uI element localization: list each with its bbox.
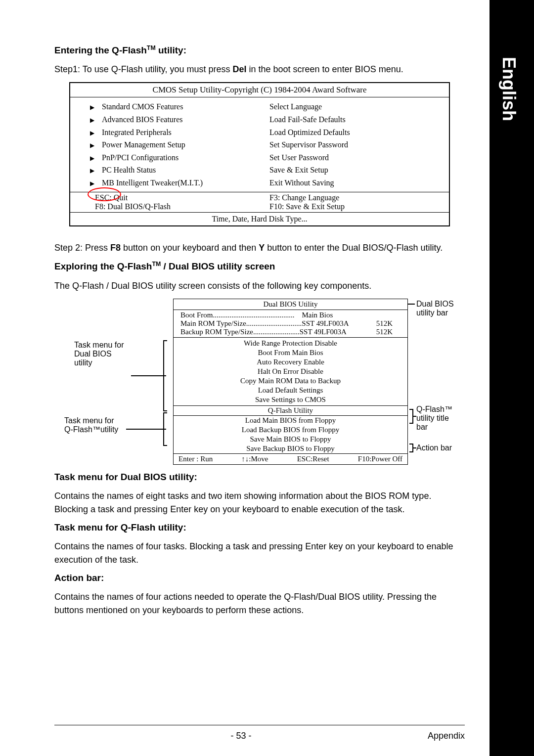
cmos-item[interactable]: Load Fail-Safe Defaults [269, 113, 439, 126]
appendix-label: Appendix [428, 731, 465, 741]
callout-task-menu-qflash: Task menu for Q-Flash™utility [64, 416, 118, 434]
heading-task-menu-dual: Task menu for Dual BIOS utility: [54, 472, 465, 483]
action-enter: Enter : Run [178, 455, 213, 463]
dual-bios-title: Dual BIOS Utility [174, 299, 407, 310]
action-esc: ESC:Reset [297, 455, 329, 463]
task-menu-dual-desc: Contains the names of eight tasks and tw… [54, 489, 465, 516]
task-row[interactable]: Halt On Error Disable [174, 367, 407, 376]
f8-key: F8 [110, 243, 121, 253]
callout-task-menu-dual: Task menu for Dual BIOS utility [74, 341, 124, 367]
heading-action-bar: Action bar: [54, 573, 465, 583]
qflash-task-row[interactable]: Load Main BIOS from Floppy [174, 416, 407, 425]
cmos-item[interactable]: ▶PC Health Status [90, 164, 250, 177]
dual-bios-diagram: Dual BIOS Utility Boot From.............… [54, 299, 465, 457]
callout-qflash-title-bar: Q-Flash™ utility title bar [416, 405, 465, 432]
cmos-item[interactable]: Select Language [269, 100, 439, 113]
action-bar: Enter : Run ↑↓:Move ESC:Reset F10:Power … [174, 454, 407, 464]
cmos-item[interactable]: ▶Integrated Peripherals [90, 126, 250, 139]
exploring-desc: The Q-Flash / Dual BIOS utility screen c… [54, 279, 465, 293]
page-footer: - 53 - Appendix [54, 731, 465, 741]
side-language-text: English [498, 57, 519, 121]
cmos-item[interactable]: ▶Standard CMOS Features [90, 100, 250, 113]
cmos-item[interactable]: Load Optimized Defaults [269, 126, 439, 139]
cmos-item[interactable]: ▶MB Intelligent Tweaker(M.I.T.) [90, 177, 250, 189]
task-row[interactable]: Wide Range Protection Disable [174, 339, 407, 348]
qflash-task-row[interactable]: Load Backup BIOS from Floppy [174, 425, 407, 435]
heading-task-menu-qflash: Task menu for Q-Flash utility: [54, 522, 465, 533]
footer-rule [54, 725, 465, 725]
qflash-title: Q-Flash Utility [174, 406, 407, 416]
callout-action-bar: Action bar [416, 444, 452, 452]
step1-text: Step1: To use Q-Flash utility, you must … [54, 63, 465, 76]
task-row[interactable]: Copy Main ROM Data to Backup [174, 376, 407, 386]
cmos-help-left: ESC: Quit F8: Dual BIOS/Q-Flash [70, 192, 260, 212]
task-row[interactable]: Load Default Settings [174, 386, 407, 395]
dual-bios-task-menu: Wide Range Protection Disable Boot From … [174, 338, 407, 406]
f8-hint: F8: Dual BIOS/Q-Flash [95, 202, 260, 211]
action-f10: F10:Power Off [358, 455, 402, 463]
cmos-item[interactable]: Set Supervisor Password [269, 138, 439, 151]
f10-hint: F10: Save & Exit Setup [269, 202, 439, 211]
dual-bios-info-panel: Boot From...............................… [174, 310, 407, 338]
step1-post: in the boot screen to enter BIOS menu. [247, 64, 403, 74]
step1-key: Del [232, 64, 246, 74]
cmos-item[interactable]: ▶Advanced BIOS Features [90, 113, 250, 126]
action-move: ↑↓:Move [241, 455, 268, 463]
qflash-task-menu: Load Main BIOS from Floppy Load Backup B… [174, 416, 407, 454]
callout-dual-bios-bar: Dual BIOS utility bar [416, 300, 465, 317]
qflash-task-row[interactable]: Save Main BIOS to Floppy [174, 435, 407, 444]
cmos-item[interactable]: Exit Without Saving [269, 177, 439, 189]
heading-entering-qflash: Entering the Q-FlashTM utility: [54, 44, 465, 56]
dual-bios-box: Dual BIOS Utility Boot From.............… [173, 299, 408, 465]
task-menu-qflash-desc: Contains the names of four tasks. Blocki… [54, 540, 465, 567]
task-row[interactable]: Save Settings to CMOS [174, 395, 407, 404]
step1-pre: Step1: To use Q-Flash utility, you must … [54, 64, 232, 74]
step2-text: Step 2: Press F8 button on your keyboard… [54, 241, 465, 255]
task-row[interactable]: Boot From Main Bios [174, 348, 407, 357]
y-key: Y [259, 243, 265, 253]
cmos-footer: Time, Date, Hard Disk Type... [70, 212, 449, 225]
cmos-item[interactable]: Save & Exit Setup [269, 164, 439, 177]
cmos-item[interactable]: ▶PnP/PCI Configurations [90, 151, 250, 164]
cmos-header: CMOS Setup Utility-Copyright (C) 1984-20… [70, 83, 449, 97]
cmos-help-right: F3: Change Language F10: Save & Exit Set… [260, 192, 449, 212]
side-language-tab: English [490, 0, 534, 756]
task-row[interactable]: Auto Recovery Enable [174, 357, 407, 367]
cmos-right-column: Select Language Load Fail-Safe Defaults … [260, 97, 449, 192]
page-number: - 53 - [230, 731, 251, 741]
cmos-left-column: ▶Standard CMOS Features ▶Advanced BIOS F… [70, 97, 260, 192]
cmos-setup-box: CMOS Setup Utility-Copyright (C) 1984-20… [69, 82, 450, 226]
cmos-item[interactable]: ▶Power Management Setup [90, 138, 250, 151]
action-bar-desc: Contains the names of four actions neede… [54, 590, 465, 617]
f3-hint: F3: Change Language [269, 193, 439, 202]
qflash-task-row[interactable]: Save Backup BIOS to Floppy [174, 444, 407, 453]
heading-exploring-qflash: Exploring the Q-FlashTM / Dual BIOS util… [54, 261, 465, 272]
cmos-item[interactable]: Set User Password [269, 151, 439, 164]
